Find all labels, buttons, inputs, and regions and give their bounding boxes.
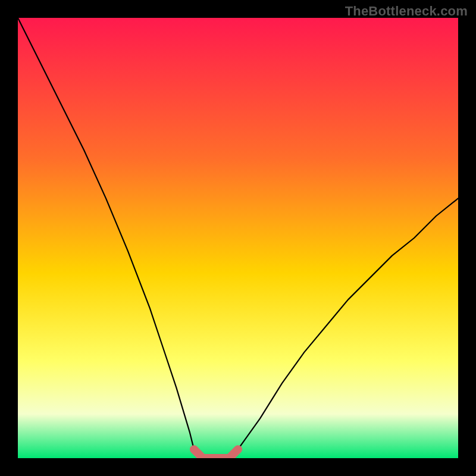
chart-frame: TheBottleneck.com (0, 0, 476, 476)
watermark-text: TheBottleneck.com (345, 4, 468, 19)
plot-area (18, 18, 458, 458)
bottleneck-chart (0, 0, 476, 476)
